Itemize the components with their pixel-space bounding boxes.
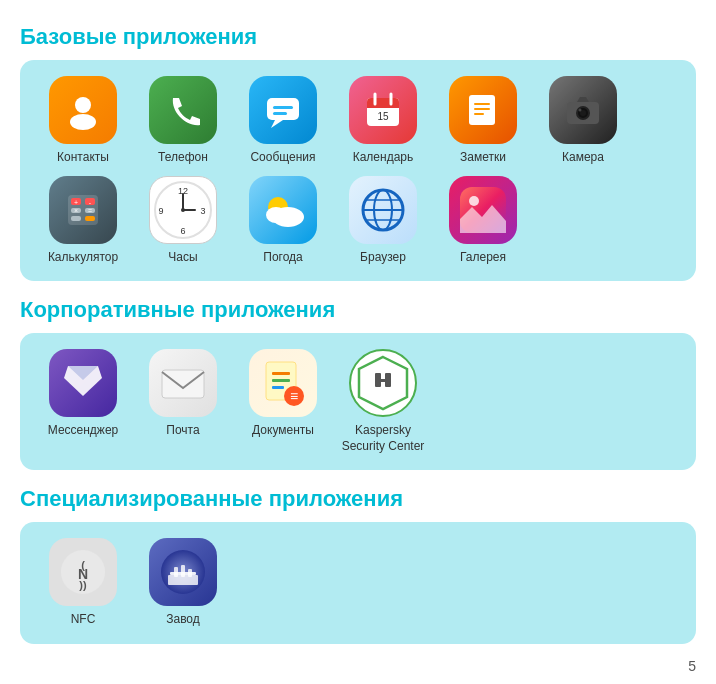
app-label-docs: Документы: [252, 423, 314, 439]
svg-text:9: 9: [158, 206, 163, 216]
app-item-nfc[interactable]: (N))NFC: [38, 538, 128, 628]
app-item-weather[interactable]: Погода: [238, 176, 328, 266]
app-icon-phone: [149, 76, 217, 144]
app-icon-browser: [349, 176, 417, 244]
app-icon-clock: 12369: [149, 176, 217, 244]
svg-rect-56: [272, 386, 284, 389]
section-title-corporate: Корпоративные приложения: [20, 297, 696, 323]
svg-text:)): )): [79, 579, 87, 591]
app-grid-specialized: (N))NFCЗавод: [38, 538, 678, 628]
app-item-docs[interactable]: ≡Документы: [238, 349, 328, 454]
app-label-calendar: Календарь: [353, 150, 414, 166]
svg-rect-5: [273, 112, 287, 115]
svg-rect-72: [170, 572, 196, 575]
app-item-factory[interactable]: Завод: [138, 538, 228, 628]
svg-rect-70: [181, 565, 185, 577]
app-label-gallery: Галерея: [460, 250, 506, 266]
svg-marker-59: [359, 357, 407, 409]
svg-rect-54: [272, 372, 290, 375]
app-item-phone[interactable]: Телефон: [138, 76, 228, 166]
app-grid-container-corporate: МессенджерПочта≡ДокументыKaspersky Secur…: [20, 333, 696, 470]
app-icon-kaspersky: [349, 349, 417, 417]
app-label-messenger: Мессенджер: [48, 423, 118, 439]
app-icon-factory: [149, 538, 217, 606]
app-label-calc: Калькулятор: [48, 250, 118, 266]
app-item-browser[interactable]: Браузер: [338, 176, 428, 266]
svg-rect-14: [474, 108, 490, 110]
app-item-gallery[interactable]: Галерея: [438, 176, 528, 266]
app-icon-docs: ≡: [249, 349, 317, 417]
svg-text:×: ×: [74, 207, 78, 214]
svg-point-0: [75, 97, 91, 113]
svg-text:=: =: [88, 207, 92, 214]
app-icon-messenger: [49, 349, 117, 417]
app-item-sms[interactable]: Сообщения: [238, 76, 328, 166]
app-item-mail[interactable]: Почта: [138, 349, 228, 454]
app-item-clock[interactable]: 12369Часы: [138, 176, 228, 266]
app-item-kaspersky[interactable]: Kaspersky Security Center: [338, 349, 428, 454]
svg-text:15: 15: [377, 111, 389, 122]
svg-rect-27: [85, 216, 95, 221]
app-icon-contacts: [49, 76, 117, 144]
svg-marker-3: [271, 120, 283, 128]
svg-rect-52: [162, 370, 204, 398]
svg-rect-13: [474, 103, 490, 105]
svg-point-20: [579, 109, 582, 112]
svg-rect-55: [272, 379, 290, 382]
app-label-mail: Почта: [166, 423, 199, 439]
app-grid-container-specialized: (N))NFCЗавод: [20, 522, 696, 644]
app-label-sms: Сообщения: [250, 150, 315, 166]
app-icon-nfc: (N)): [49, 538, 117, 606]
app-icon-gallery: [449, 176, 517, 244]
svg-rect-8: [367, 104, 399, 108]
svg-point-1: [70, 114, 96, 130]
app-label-factory: Завод: [166, 612, 200, 628]
app-icon-weather: [249, 176, 317, 244]
svg-point-49: [469, 196, 479, 206]
app-icon-calendar: 15: [349, 76, 417, 144]
app-label-camera: Камера: [562, 150, 604, 166]
svg-rect-26: [71, 216, 81, 221]
app-item-calendar[interactable]: 15Календарь: [338, 76, 428, 166]
app-icon-camera: [549, 76, 617, 144]
section-title-basic: Базовые приложения: [20, 24, 696, 50]
app-label-kaspersky: Kaspersky Security Center: [338, 423, 428, 454]
app-grid-corporate: МессенджерПочта≡ДокументыKaspersky Secur…: [38, 349, 678, 454]
svg-rect-15: [474, 113, 484, 115]
app-icon-notes: [449, 76, 517, 144]
svg-text:+: +: [74, 199, 78, 206]
svg-point-42: [266, 207, 286, 223]
svg-text:≡: ≡: [290, 388, 298, 404]
app-item-calc[interactable]: +-×=Калькулятор: [38, 176, 128, 266]
app-label-nfc: NFC: [71, 612, 96, 628]
app-item-notes[interactable]: Заметки: [438, 76, 528, 166]
svg-point-39: [181, 208, 185, 212]
app-label-clock: Часы: [168, 250, 197, 266]
app-item-messenger[interactable]: Мессенджер: [38, 349, 128, 454]
svg-text:6: 6: [180, 226, 185, 236]
section-title-specialized: Специализированные приложения: [20, 486, 696, 512]
app-label-browser: Браузер: [360, 250, 406, 266]
app-icon-calc: +-×=: [49, 176, 117, 244]
app-label-notes: Заметки: [460, 150, 506, 166]
app-label-contacts: Контакты: [57, 150, 109, 166]
app-grid-basic: КонтактыТелефонСообщения15КалендарьЗамет…: [38, 76, 678, 265]
app-label-phone: Телефон: [158, 150, 208, 166]
app-item-contacts[interactable]: Контакты: [38, 76, 128, 166]
svg-rect-62: [375, 379, 391, 382]
app-grid-container-basic: КонтактыТелефонСообщения15КалендарьЗамет…: [20, 60, 696, 281]
app-icon-mail: [149, 349, 217, 417]
app-item-camera[interactable]: Камера: [538, 76, 628, 166]
app-icon-sms: [249, 76, 317, 144]
app-label-weather: Погода: [263, 250, 303, 266]
svg-rect-4: [273, 106, 293, 109]
svg-text:3: 3: [200, 206, 205, 216]
page-number: 5: [688, 658, 696, 674]
